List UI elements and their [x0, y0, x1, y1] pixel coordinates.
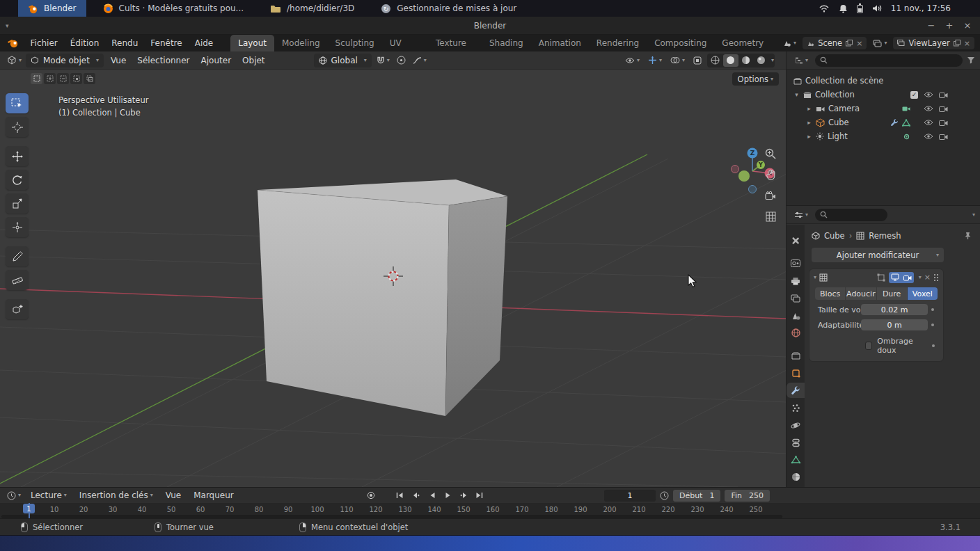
play-button[interactable]	[441, 490, 455, 501]
select-box-tool[interactable]	[6, 93, 29, 113]
outliner-row-collection[interactable]: ▾ Collection ✓	[787, 88, 980, 102]
outliner-row-light[interactable]: ▸ Light	[787, 129, 980, 143]
edit-mode-toggle-icon[interactable]	[877, 273, 886, 282]
outliner-row-camera[interactable]: ▸ Camera	[787, 102, 980, 115]
disable-render-camera-icon[interactable]	[939, 119, 948, 126]
system-clock[interactable]: 11 nov., 17:56	[891, 3, 951, 13]
outliner-row-cube[interactable]: ▸ Cube	[787, 115, 980, 129]
play-reverse-button[interactable]	[425, 490, 438, 501]
view-menu[interactable]: Vue	[160, 490, 187, 500]
annotate-tool[interactable]	[6, 246, 29, 266]
disable-render-camera-icon[interactable]	[939, 133, 948, 140]
tab-scene[interactable]	[787, 308, 805, 324]
select-mode-intersect-button[interactable]	[84, 73, 95, 84]
cursor-tool[interactable]	[6, 117, 29, 137]
add-cube-tool[interactable]	[6, 299, 29, 319]
workspace-tab[interactable]: Sculpting	[328, 35, 382, 51]
workspace-tab[interactable]: Texture Paint	[428, 35, 482, 51]
toggle-xray-button[interactable]	[690, 54, 704, 67]
shading-material-button[interactable]	[738, 54, 754, 67]
tab-constraints[interactable]	[787, 435, 805, 450]
tab-particles[interactable]	[787, 400, 805, 415]
workspace-tab[interactable]: Compositing	[647, 35, 714, 51]
notifications-bell-icon[interactable]	[839, 4, 848, 13]
outliner-row-scene-collection[interactable]: Collection de scène	[787, 74, 980, 88]
realtime-display-toggle[interactable]	[889, 272, 901, 283]
outliner-editor-type-button[interactable]: ▾	[791, 54, 811, 67]
zoom-button[interactable]	[764, 147, 777, 161]
scene-browse-button[interactable]: ▾	[780, 36, 799, 50]
disable-render-camera-icon[interactable]	[939, 105, 948, 112]
viewlayer-browse-button[interactable]: ▾	[870, 36, 890, 50]
tab-modifiers[interactable]	[787, 383, 805, 398]
remesh-mode-button[interactable]: Blocs	[815, 287, 845, 300]
viewport-menu-item[interactable]: Sélectionner	[132, 56, 195, 65]
render-display-toggle[interactable]	[901, 272, 914, 283]
new-scene-icon[interactable]	[846, 40, 853, 47]
shading-solid-button[interactable]	[723, 54, 738, 67]
collapse-icon[interactable]: ▾	[793, 91, 800, 98]
proportional-falloff-button[interactable]: ▾	[410, 54, 429, 67]
topbar-menu-item[interactable]: Rendu	[105, 38, 144, 48]
workspace-tab[interactable]: Modeling	[274, 35, 328, 51]
viewport-menu-item[interactable]: Ajouter	[196, 56, 237, 65]
jump-to-start-button[interactable]	[393, 490, 406, 501]
tab-output[interactable]	[787, 273, 805, 289]
move-tool[interactable]	[6, 146, 29, 166]
workspace-tab[interactable]: Animation	[531, 35, 589, 51]
viewport-options-button[interactable]: Options ▾	[732, 72, 779, 86]
workspace-tab[interactable]: Geometry Nodes	[714, 35, 780, 51]
maximize-button[interactable]: +	[942, 20, 956, 31]
cube-object[interactable]	[258, 179, 507, 416]
viewlayer-name-field[interactable]: ViewLayer ×	[893, 37, 974, 49]
volume-icon[interactable]	[872, 4, 882, 13]
drag-handle-icon[interactable]	[933, 273, 939, 281]
smooth-shading-checkbox[interactable]	[865, 342, 872, 350]
collapse-panel-icon[interactable]: ▾	[814, 275, 816, 280]
pin-icon[interactable]	[964, 232, 972, 240]
hide-eye-icon[interactable]	[924, 105, 933, 112]
extras-chevron-icon[interactable]: ▾	[919, 275, 922, 280]
select-mode-new-button[interactable]	[31, 73, 42, 84]
select-mode-extend-button[interactable]	[44, 73, 56, 84]
breadcrumb-modifier[interactable]: Remesh	[869, 231, 901, 241]
snap-toggle-button[interactable]: ▾	[373, 54, 393, 67]
transform-orientation-selector[interactable]: Global ▾	[314, 54, 372, 67]
remesh-mode-button[interactable]: Adoucir	[846, 287, 876, 300]
new-viewlayer-icon[interactable]	[954, 40, 961, 47]
playback-menu[interactable]: Lecture▾	[25, 490, 72, 500]
viewport-canvas[interactable]	[0, 70, 787, 487]
battery-icon[interactable]	[857, 3, 863, 13]
gizmos-dropdown-button[interactable]: ▾	[645, 54, 665, 67]
expand-icon[interactable]: ▸	[806, 119, 812, 126]
taskbar-app-browser[interactable]: Cults · Modèles gratuits pou...	[93, 0, 254, 17]
remove-viewlayer-icon[interactable]: ×	[964, 39, 970, 48]
disable-render-camera-icon[interactable]	[939, 91, 948, 98]
collection-checkbox[interactable]: ✓	[910, 91, 918, 99]
hide-eye-icon[interactable]	[924, 91, 933, 98]
toggle-perspective-button[interactable]	[764, 209, 777, 223]
workspace-tab[interactable]: UV Editing	[382, 35, 428, 51]
remove-modifier-icon[interactable]: ×	[924, 273, 931, 282]
window-menu-chevron-icon[interactable]: ▾	[6, 22, 9, 29]
topbar-menu-item[interactable]: Aide	[189, 38, 220, 48]
viewport-menu-item[interactable]: Vue	[105, 56, 132, 65]
animate-decorator[interactable]	[928, 308, 938, 311]
select-mode-invert-button[interactable]	[70, 73, 82, 84]
workspace-tab[interactable]: Layout	[230, 35, 274, 51]
tab-render[interactable]	[787, 256, 805, 271]
remesh-mode-button[interactable]: Voxel	[908, 287, 938, 300]
scale-tool[interactable]	[6, 193, 29, 214]
add-modifier-dropdown[interactable]: Ajouter modificateur ▾	[812, 248, 944, 262]
taskbar-app-blender[interactable]: Blender	[18, 0, 86, 17]
tab-object[interactable]	[787, 365, 805, 381]
tab-collection[interactable]	[787, 349, 805, 364]
workspace-tab[interactable]: Rendering	[589, 35, 647, 51]
select-mode-subtract-button[interactable]	[57, 73, 69, 84]
scene-name-field[interactable]: Scene ×	[803, 37, 867, 49]
camera-view-button[interactable]	[764, 189, 777, 202]
timeline-ruler[interactable]: 1020304050607080901001101201301401501601…	[0, 503, 980, 519]
remesh-mode-button[interactable]: Dure	[877, 287, 907, 300]
next-keyframe-button[interactable]	[457, 490, 471, 501]
measure-tool[interactable]	[6, 270, 29, 290]
